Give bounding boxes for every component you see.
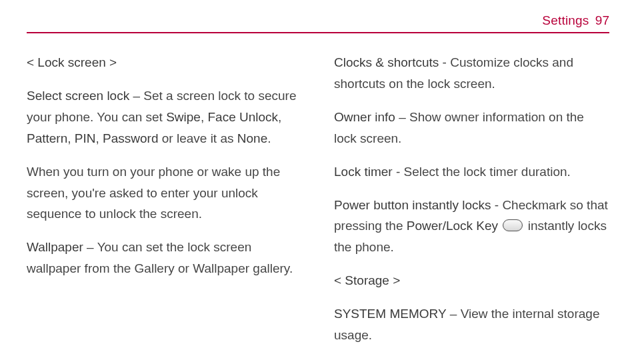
option-swipe: Swipe	[166, 110, 201, 124]
para-lock-timer: Lock timer - Select the lock timer durat…	[334, 161, 609, 183]
option-pattern: Pattern	[27, 131, 67, 145]
para-clocks-shortcuts: Clocks & shortcuts - Customize clocks an…	[334, 52, 609, 95]
text: ,	[67, 131, 75, 145]
term-clocks-shortcuts: Clocks & shortcuts	[334, 55, 439, 69]
option-face-unlock: Face Unlock	[207, 110, 278, 124]
text: ,	[201, 110, 208, 124]
term-select-screen-lock: Select screen lock	[27, 89, 129, 103]
para-wallpaper: Wallpaper – You can set the lock screen …	[27, 237, 302, 279]
text: ,	[96, 131, 103, 145]
text: ,	[278, 110, 281, 124]
para-system-memory: SYSTEM MEMORY – View the internal storag…	[334, 303, 609, 346]
para-unlock-sequence: When you turn on your phone or wake up t…	[27, 161, 302, 225]
left-column: < Lock screen > Select screen lock – Set…	[27, 52, 302, 358]
option-password: Password	[103, 131, 158, 145]
term-lock-timer: Lock timer	[334, 165, 393, 179]
text: - Select the lock timer duration.	[393, 165, 571, 179]
option-pin: PIN	[75, 131, 96, 145]
manual-page: Settings 97 < Lock screen > Select scree…	[0, 0, 636, 358]
para-power-button-locks: Power button instantly locks - Checkmark…	[334, 195, 609, 259]
option-none: None	[237, 131, 267, 145]
term-wallpaper: Wallpaper	[27, 240, 83, 254]
header-section: Settings	[542, 13, 589, 27]
term-power-button-locks: Power button instantly locks	[334, 198, 491, 212]
para-owner-info: Owner info – Show owner information on t…	[334, 107, 609, 149]
page-header: Settings 97	[27, 13, 609, 33]
header-page-number: 97	[595, 13, 609, 27]
para-select-screen-lock: Select screen lock – Set a screen lock t…	[27, 85, 302, 149]
right-column: Clocks & shortcuts - Customize clocks an…	[334, 52, 609, 358]
content-columns: < Lock screen > Select screen lock – Set…	[27, 52, 609, 358]
term-owner-info: Owner info	[334, 110, 395, 124]
term-power-lock-key: Power/Lock Key	[407, 219, 498, 233]
term-system-memory: SYSTEM MEMORY	[334, 307, 447, 321]
power-lock-key-icon	[503, 219, 523, 231]
section-heading-storage: < Storage >	[334, 270, 609, 291]
text: or leave it as	[159, 131, 237, 145]
section-heading-lock-screen: < Lock screen >	[27, 52, 302, 73]
text: .	[267, 131, 271, 145]
